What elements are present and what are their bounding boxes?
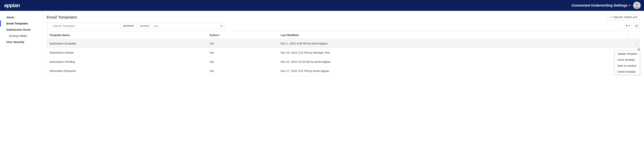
sidebar-item-submission-score[interactable]: Submission Score [0,27,42,33]
context-menu-item[interactable]: Mark as inactive [615,63,640,69]
cell-actions [632,39,640,48]
refresh-button[interactable] [633,23,640,29]
cell-last-modified: Nov 22, 2022 10:24 AM by Annie Appian [278,57,632,66]
context-menu-item[interactable]: Update Template [615,51,640,57]
funnel-icon [626,25,628,27]
context-menu-item[interactable]: Delete template [615,69,640,75]
table-header-row: Template Name Active? Last Modified ↓ [47,31,640,39]
templates-table: Template Name Active? Last Modified ↓ Su… [46,31,640,75]
table-row[interactable]: Information RequiredYesNov 17, 2022 3:32… [47,66,640,75]
sidebar-item-user-security[interactable]: User Security [0,39,42,45]
active-filter-value: Any [154,24,220,28]
cell-last-modified: Nov 17, 2022 3:32 PM by Annie Appian [278,66,632,75]
avatar[interactable] [633,2,641,9]
kebab-icon[interactable] [635,42,637,46]
create-template-label: CREATE TEMPLATE [613,16,638,19]
sidebar-item-email-templates[interactable]: Email Templates [0,20,42,27]
sidebar: AlertsEmail TemplatesSubmission ScoreSco… [0,11,42,75]
settings-dropdown[interactable]: Connected Underwriting Settings [572,3,630,8]
create-template-button[interactable]: + CREATE TEMPLATE [608,14,640,20]
table-row[interactable]: Submission AcceptedYesDec 1, 2022 4:06 P… [47,39,640,48]
cell-active: Yes [207,39,278,48]
search-button[interactable]: SEARCH [120,23,136,29]
active-filter-label: ACTIVE? [140,25,152,27]
col-template-name[interactable]: Template Name [47,31,207,39]
table-row[interactable]: Submission PendingYesNov 22, 2022 10:24 … [47,57,640,66]
search-input[interactable] [47,23,120,29]
cell-template-name: Submission Denied [47,48,207,57]
cell-template-name: Submission Pending [47,57,207,66]
col-last-modified-label: Last Modified [281,34,299,37]
cell-active: Yes [207,48,278,57]
active-filter-dropdown[interactable]: ACTIVE? Any [138,23,224,29]
chevron-down-icon [629,25,630,26]
caret-down-icon [629,5,630,6]
col-last-modified[interactable]: Last Modified ↓ [278,31,632,39]
refresh-icon [635,25,638,27]
cell-last-modified: Nov 23, 2022 2:32 PM by Manager Test [278,48,632,57]
layout: AlertsEmail TemplatesSubmission ScoreSco… [0,11,644,75]
filter-button[interactable] [624,23,632,29]
cell-template-name: Information Required [47,66,207,75]
topbar-right: Connected Underwriting Settings [572,2,641,9]
search-input-wrap [47,23,120,29]
svg-point-1 [636,3,638,6]
avatar-icon [633,2,641,9]
filter-row: SEARCH ACTIVE? Any [46,23,640,29]
table-row[interactable]: Submission DeniedYesNov 23, 2022 2:32 PM… [47,48,640,57]
sort-descending-icon: ↓ [628,34,630,37]
sidebar-item-scoring-tables[interactable]: Scoring Tables [0,33,42,39]
page-head: Email Templates + CREATE TEMPLATE [46,14,640,20]
main-content: Email Templates + CREATE TEMPLATE SEARCH… [42,11,644,75]
context-menu-item[interactable]: Clone template [615,57,640,63]
settings-label: Connected Underwriting Settings [572,3,628,8]
cell-last-modified: Dec 1, 2022 4:06 PM by Annie Appian [278,39,632,48]
chevron-down-icon [220,25,222,27]
row-context-menu: Update TemplateClone templateMark as ina… [614,51,640,75]
sidebar-item-alerts[interactable]: Alerts [0,14,42,20]
search-group: SEARCH [46,23,137,29]
cell-active: Yes [207,57,278,66]
top-bar: appian Connected Underwriting Settings [0,0,644,11]
page-title: Email Templates [46,15,77,20]
plus-icon: + [610,16,612,19]
logo: appian [4,3,20,9]
col-actions [632,31,640,39]
cell-template-name: Submission Accepted [47,39,207,48]
col-active[interactable]: Active? [207,31,278,39]
cell-active: Yes [207,66,278,75]
